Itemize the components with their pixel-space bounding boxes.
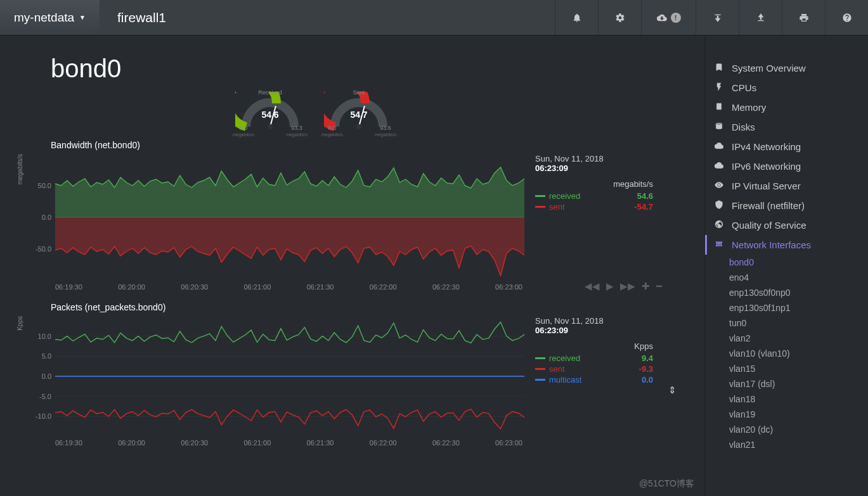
svg-text:10.0: 10.0 [38, 333, 51, 340]
forward-icon[interactable]: ▶▶ [620, 281, 635, 292]
legend-name: sent [549, 364, 635, 374]
caret-down-icon: ▼ [79, 14, 86, 21]
nav-item-cpus[interactable]: CPUs [705, 78, 868, 98]
nav-sub-item[interactable]: eno4 [705, 270, 868, 285]
nav-sub-item[interactable]: vlan21 [705, 437, 868, 452]
nav-item-quality-of-service[interactable]: Quality of Service [705, 215, 868, 235]
nav-label: IPv4 Networking [732, 141, 801, 152]
alert-badge-icon: ! [671, 13, 681, 23]
nav-sub-item[interactable]: vlan20 (dc) [705, 422, 868, 437]
globe-icon [714, 220, 724, 231]
download-button[interactable] [696, 0, 739, 35]
svg-text:0.0: 0.0 [42, 372, 51, 380]
svg-text:50.0: 50.0 [38, 182, 51, 189]
alarms-button[interactable] [555, 0, 598, 35]
x-tick: 06:22:30 [432, 439, 460, 447]
svg-text:-5.0: -5.0 [39, 393, 51, 400]
nav-sub-item[interactable]: vlan17 (dsl) [705, 376, 868, 391]
legend-value: 9.4 [642, 353, 653, 363]
gauge-sent: Sent 54.7 0.0megabits/s 93.6megabits/s [324, 92, 394, 136]
chart-legend: Sun, Nov 11, 2018 06:23:09 megabits/s re… [528, 154, 653, 213]
zoom-in-icon[interactable]: ✚ [642, 281, 650, 292]
sitemap-icon [714, 239, 724, 250]
legend-row[interactable]: multicast 0.0 [535, 375, 653, 385]
nav-sub-item[interactable]: vlan18 [705, 391, 868, 407]
nav-sub-item[interactable]: bond0 [705, 255, 868, 270]
resize-icon[interactable]: ⇕ [668, 385, 677, 396]
x-tick: 06:20:00 [118, 439, 145, 447]
nav-sub-item[interactable]: vlan10 (vlan10) [705, 346, 868, 361]
nav-sub-item[interactable]: vlan15 [705, 361, 868, 376]
right-nav: System OverviewCPUsMemoryDisksIPv4 Netwo… [704, 35, 868, 496]
legend-name: multicast [549, 375, 638, 385]
cloud-icon [714, 141, 724, 152]
legend-unit: megabits/s [535, 179, 653, 189]
nav-item-ip-virtual-server[interactable]: IP Virtual Server [705, 176, 868, 196]
svg-point-3 [356, 124, 361, 129]
chip-icon [714, 102, 724, 113]
upload-button[interactable] [739, 0, 782, 35]
nav-item-disks[interactable]: Disks [705, 117, 868, 137]
chart-canvas[interactable]: 10.05.00.0-5.0-10.0 [33, 316, 528, 436]
x-tick: 06:22:30 [432, 283, 460, 291]
legend-value: 0.0 [642, 375, 653, 385]
gauge-received: Received 54.6 0.0megabits/s 93.3megabits… [235, 92, 305, 136]
nav-item-system-overview[interactable]: System Overview [705, 58, 868, 78]
cloud-download-icon [657, 13, 667, 23]
nav-item-ipv6-networking[interactable]: IPv6 Networking [705, 156, 868, 176]
gauge-value: 54.7 [324, 110, 394, 120]
legend-row[interactable]: received 54.6 [535, 191, 653, 201]
legend-date: Sun, Nov 11, 2018 [535, 316, 653, 326]
nav-sub-item[interactable]: vlan19 [705, 407, 868, 422]
gauge-min: 0.0megabits/s [321, 125, 343, 137]
chart-controls: ◀◀ ▶ ▶▶ ✚ ━ ⇕ [585, 281, 704, 292]
legend-swatch [535, 357, 545, 359]
eye-icon [714, 181, 724, 191]
legend-name: received [549, 353, 638, 363]
legend-value: 54.6 [637, 191, 653, 201]
legend-value: -9.3 [639, 364, 653, 374]
nav-sub-item[interactable]: vlan2 [705, 331, 868, 346]
legend-row[interactable]: sent -9.3 [535, 364, 653, 374]
nav-item-firewall-netfilter-[interactable]: Firewall (netfilter) [705, 196, 868, 215]
nav-item-network-interfaces[interactable]: Network Interfaces [705, 235, 868, 255]
brand-dropdown[interactable]: my-netdata ▼ [0, 0, 100, 35]
nav-sub-item[interactable]: enp130s0f1np1 [705, 300, 868, 315]
x-tick: 06:22:00 [370, 439, 397, 447]
y-axis-label: megabits/s [16, 154, 33, 229]
upload-icon [756, 13, 766, 23]
rewind-icon[interactable]: ◀◀ [585, 281, 600, 292]
zoom-out-icon[interactable]: ━ [656, 281, 662, 292]
chart-canvas[interactable]: 50.00.0-50.0 [33, 154, 528, 281]
legend-time: 06:23:09 [535, 163, 653, 173]
x-tick: 06:21:30 [307, 283, 334, 291]
x-tick: 06:22:00 [370, 283, 397, 291]
chart-0: Bandwidth (net.bond0) megabits/s 50.00.0… [16, 140, 704, 291]
help-button[interactable] [825, 0, 868, 35]
print-icon [799, 13, 809, 23]
legend-unit: Kpps [535, 341, 653, 351]
nav-label: Firewall (netfilter) [732, 200, 805, 211]
page-title: bond0 [51, 54, 704, 83]
gauge-max: 93.6megabits/s [375, 125, 396, 137]
gauge-min: 0.0megabits/s [233, 125, 254, 137]
nav-label: Disks [732, 122, 755, 132]
play-icon[interactable]: ▶ [606, 281, 614, 292]
x-tick: 06:20:00 [118, 283, 145, 291]
legend-swatch [535, 206, 545, 208]
x-tick: 06:21:30 [307, 439, 334, 447]
legend-name: sent [549, 202, 630, 212]
y-axis-label: Kpps [16, 316, 33, 375]
gauge-title: Received [235, 89, 305, 96]
print-button[interactable] [782, 0, 825, 35]
legend-row[interactable]: sent -54.7 [535, 202, 653, 212]
nav-item-ipv4-networking[interactable]: IPv4 Networking [705, 137, 868, 156]
nav-sub-item[interactable]: enp130s0f0np0 [705, 285, 868, 300]
legend-value: -54.7 [634, 202, 653, 212]
legend-row[interactable]: received 9.4 [535, 353, 653, 363]
settings-button[interactable] [598, 0, 641, 35]
cloud-button[interactable]: ! [641, 0, 696, 35]
chart-title: Bandwidth (net.bond0) [51, 140, 704, 150]
nav-sub-item[interactable]: tun0 [705, 315, 868, 331]
nav-item-memory[interactable]: Memory [705, 98, 868, 117]
